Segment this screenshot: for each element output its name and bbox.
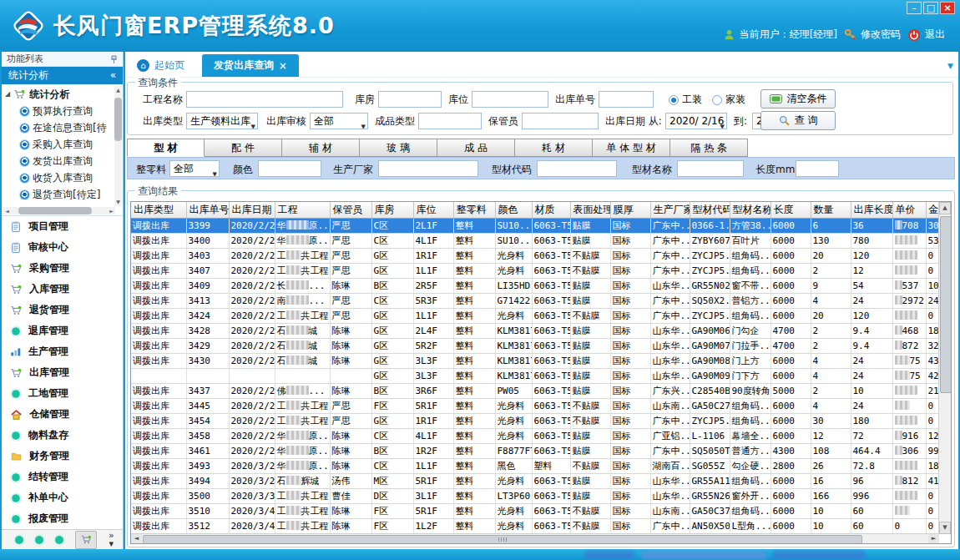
tree-item[interactable]: 收货入库查询 (2, 169, 109, 186)
sidebar-item-green-dot[interactable]: 物料盘存 (2, 425, 123, 446)
table-row[interactable]: 调拨出库34942020/3/2石辉城汤伟M区5R1F整料光身料6063-T5贴… (131, 473, 942, 488)
tree-hscroll-thumb[interactable] (18, 207, 92, 214)
tree-item[interactable]: 在途信息查询[待 (2, 119, 109, 136)
order-no-input[interactable] (599, 91, 654, 108)
sidebar-item-clipboard[interactable]: 项目管理 (2, 216, 123, 237)
table-row[interactable]: 调拨出库34132020/2/26南...严思C区5R3F整料G71422606… (131, 293, 942, 308)
table-row[interactable]: G区3L3F整料KLM38176063-T5贴膜国标山东华...GA90M09.… (131, 368, 942, 383)
tab-close-icon[interactable]: × (279, 60, 287, 72)
table-row[interactable]: 调拨出库34452020/2/27工共工程严思F区5R1F整料光身料6063-T… (131, 398, 942, 413)
radio-home-decor[interactable]: 家装 (712, 93, 745, 107)
change-password-button[interactable]: 修改密码 (844, 28, 901, 42)
scroll-right-icon[interactable]: ► (928, 534, 939, 543)
profile-name-input[interactable] (677, 160, 744, 177)
sidebar-item-green-dot[interactable]: 工地管理 (2, 383, 123, 404)
nav-dot-icon[interactable] (35, 536, 43, 544)
column-header[interactable]: 膜厚 (610, 202, 650, 218)
keeper-input[interactable] (522, 113, 599, 129)
table-row[interactable]: 调拨出库34242020/2/26工共工程严思G区1L1F整料光身料6063-T… (131, 308, 942, 323)
sidebar-item-green-dot[interactable]: 结转管理 (2, 467, 123, 487)
scroll-down-icon[interactable]: ▼ (114, 198, 122, 206)
table-row[interactable]: 调拨出库34542020/2/28工共工程严思G区1R1F整料光身料6063-T… (131, 413, 942, 428)
material-tab[interactable]: 型 材 (127, 139, 205, 157)
table-row[interactable]: 调拨出库34282020/2/26石城陈琳G区2L4F整料KLM38176063… (131, 323, 942, 338)
material-tab[interactable]: 玻 璃 (360, 139, 437, 157)
sidebar-item-folder[interactable]: 财务管理 (2, 446, 123, 467)
sidebar-item-chart[interactable]: 生产管理 (2, 341, 123, 362)
column-header[interactable]: 数量 (811, 202, 851, 218)
outbound-type-select[interactable]: 生产领料出库▼ (186, 113, 258, 129)
whole-piece-select[interactable]: 全部▼ (169, 160, 220, 177)
grid-vertical-scrollbar[interactable]: ▲ ▼ (938, 202, 951, 534)
grid-vscroll-thumb[interactable] (940, 216, 952, 393)
color-input[interactable] (258, 160, 321, 177)
tree-horizontal-scrollbar[interactable]: ◄ ► (3, 207, 115, 214)
column-header[interactable]: 库位 (413, 202, 453, 218)
length-input[interactable] (796, 160, 839, 177)
tab-list-dropdown-icon[interactable]: ▼ (947, 62, 953, 70)
material-tab[interactable]: 辅 材 (282, 139, 360, 157)
material-tab[interactable]: 隔 热 条 (670, 139, 748, 157)
tree-expander-icon[interactable]: ◢ (5, 86, 10, 103)
sidebar-item-green-dot[interactable]: 补单中心 (2, 487, 123, 508)
table-row[interactable]: 调拨出库35122020/3/4工共工程陈琳F区1L2F整料光身料6063-T5… (131, 518, 942, 533)
scroll-up-icon[interactable]: ▲ (114, 86, 122, 94)
table-row[interactable]: 调拨出库34092020/2/25长...陈琳B区2R5F整料LI35HD606… (131, 278, 942, 293)
tree-scroll-thumb[interactable] (114, 98, 122, 141)
nav-dot-icon[interactable] (55, 536, 63, 544)
maker-input[interactable] (378, 160, 478, 177)
table-row[interactable]: 调拨出库34292020/2/26石城陈琳G区5R2F整料KLM38176063… (131, 338, 942, 353)
sidebar-item-cart[interactable]: 入库管理 (2, 279, 123, 300)
outbound-audit-select[interactable]: 全部▼ (310, 113, 368, 129)
sidebar-group-header[interactable]: 统计分析 « (2, 67, 123, 84)
column-header[interactable]: 出库长度 (851, 202, 892, 218)
tab-active-document[interactable]: 发货出库查询× (202, 54, 299, 77)
tree-root-statistics[interactable]: ◢统计分析 (2, 86, 109, 103)
collapse-icon[interactable]: « (110, 67, 116, 84)
scroll-down-icon[interactable]: ▼ (939, 522, 951, 534)
table-row[interactable]: 调拨出库34302020/2/26石城陈琳G区3L3F整料KLM38176063… (131, 353, 942, 368)
table-row[interactable]: 调拨出库34072020/2/25工共工程严思G区1L1F整料光身料6063-T… (131, 263, 942, 278)
column-header[interactable]: 出库日期 (229, 202, 275, 218)
material-tab[interactable]: 配 件 (205, 139, 282, 157)
sidebar-item-cart[interactable]: 退货管理 (2, 300, 123, 320)
tree-item[interactable]: 预算执行查询 (2, 103, 109, 119)
column-header[interactable]: 型材名称 (730, 202, 771, 218)
close-button[interactable]: × (940, 2, 955, 14)
table-row[interactable]: 调拨出库35002020/3/3工共工程曹佳D区3L1F整料LT3P606063… (131, 488, 942, 503)
minimize-button[interactable]: – (907, 2, 922, 14)
product-type-input[interactable] (418, 113, 482, 129)
column-header[interactable]: 出库类型 (131, 202, 186, 218)
table-row[interactable]: 调拨出库34932020/3/2华原...陈琳C区1L1F整料黑色塑料不贴膜国标… (131, 458, 942, 473)
material-tab[interactable]: 成 品 (437, 139, 515, 157)
tree-vertical-scrollbar[interactable]: ▲ ▼ (114, 86, 122, 206)
radio-work-clothes[interactable]: 工装 (669, 93, 702, 107)
date-from-select[interactable]: 2020/ 2/16▼ (665, 113, 727, 129)
column-header[interactable]: 材质 (532, 202, 570, 218)
sidebar-item-green-dot[interactable]: 退库管理 (2, 320, 123, 341)
clear-conditions-button[interactable]: 清空条件 (760, 89, 836, 108)
table-row[interactable]: 调拨出库34002020/2/25华原...严思C区4L1F整料SU10...6… (131, 233, 942, 248)
scroll-up-icon[interactable]: ▲ (939, 202, 951, 214)
table-row[interactable]: 调拨出库34032020/2/25工共工程严思G区1R1F整料光身料6063-T… (131, 248, 942, 263)
table-row[interactable]: 调拨出库34372020/2/27佛...陈琳B区3R6F整料PW056063-… (131, 383, 942, 398)
column-header[interactable]: 型材代码 (690, 202, 730, 218)
column-header[interactable]: 工程 (275, 202, 330, 218)
column-header[interactable]: 表面处理 (570, 202, 610, 218)
table-row[interactable]: 调拨出库33992020/2/25华原...严思C区2L1F整料SU10...6… (131, 218, 942, 233)
table-row[interactable]: 调拨出库34582020/2/28华原...陈琳C区4L1F整料光身料6063-… (131, 428, 942, 443)
table-row[interactable]: 调拨出库35102020/3/4工共工程陈琳F区5R1F整料光身料6063-T5… (131, 503, 942, 518)
nav-cart-button[interactable] (75, 531, 97, 549)
sidebar-item-cart[interactable]: 出库管理 (2, 362, 123, 383)
tab-home[interactable]: ⌂起始页 (125, 54, 196, 77)
search-button[interactable]: 查 询 (760, 111, 836, 130)
scroll-right-icon[interactable]: ► (108, 207, 115, 214)
column-header[interactable]: 生产厂家 (650, 202, 690, 218)
tree-item[interactable]: 采购入库查询 (2, 136, 109, 153)
sidebar-item-home[interactable]: 仓储管理 (2, 404, 123, 425)
location-input[interactable] (472, 91, 548, 108)
logout-button[interactable]: 退出 (907, 28, 945, 42)
material-tab[interactable]: 单 体 型 材 (593, 139, 670, 157)
warehouse-input[interactable] (378, 91, 442, 108)
nav-overflow-button[interactable]: »▾ (109, 532, 114, 548)
